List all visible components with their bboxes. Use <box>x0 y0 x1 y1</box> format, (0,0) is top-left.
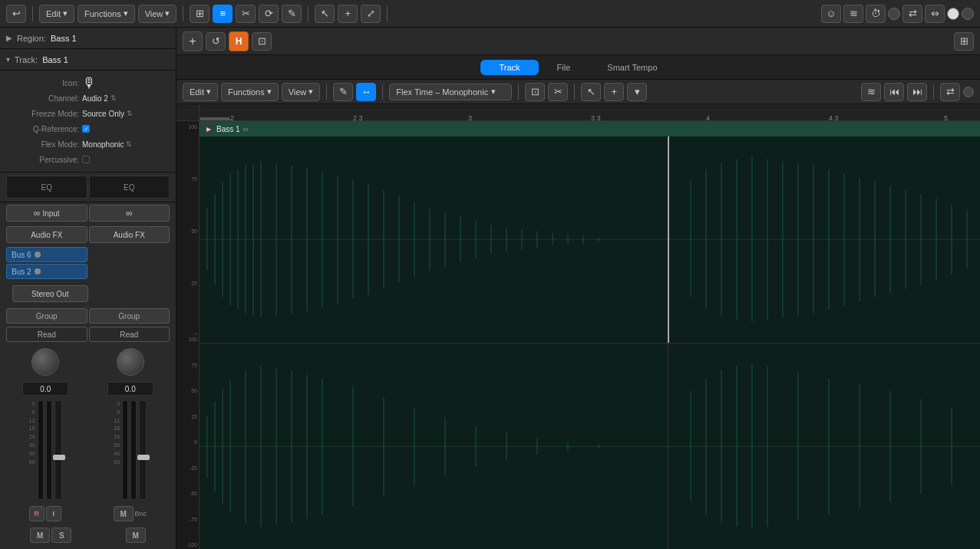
transport-circle-3[interactable] <box>962 8 974 20</box>
fader-strip-1: 0 6 12 18 24 30 40 60 <box>29 400 62 500</box>
fader-track-1[interactable] <box>54 400 62 500</box>
flex-marker-btn[interactable]: ✂ <box>548 83 568 101</box>
region-play-btn[interactable]: ▶ <box>204 124 213 133</box>
group-read-row: Group Group <box>0 307 176 325</box>
transient-btn[interactable]: ⊡ <box>525 83 545 101</box>
separator-e5 <box>933 84 934 100</box>
percussive-checkbox[interactable] <box>82 156 90 163</box>
smiley-btn[interactable]: ☺ <box>821 5 841 23</box>
tempo-btn[interactable]: ⏱ <box>866 5 886 23</box>
pan-knob-2[interactable] <box>117 348 144 376</box>
mode-extra-btn[interactable]: ▾ <box>627 83 647 101</box>
edit-dropdown-icon: ▾ <box>63 8 68 18</box>
loop-btn[interactable]: ⟳ <box>259 5 279 23</box>
functions-menu-2[interactable]: Functions ▾ <box>221 83 279 101</box>
eq-box-1[interactable]: EQ <box>6 176 87 199</box>
q-ref-checkbox[interactable] <box>82 125 90 133</box>
q-ref-value <box>82 125 170 133</box>
scissors-btn[interactable]: ✂ <box>236 5 256 23</box>
q-ref-label: Q-Reference: <box>6 125 79 133</box>
add-track-btn[interactable]: + <box>183 31 203 51</box>
fader-thumb-2[interactable] <box>137 455 150 460</box>
input-btn[interactable]: ∞ Input <box>6 205 87 222</box>
fader-thumb-1[interactable] <box>53 455 65 460</box>
loop-region-btn[interactable]: ↺ <box>206 32 226 51</box>
group-btn-2[interactable]: Group <box>89 308 170 324</box>
read-btn-1[interactable]: Read <box>6 327 87 342</box>
input-monitor-btn[interactable]: I <box>46 506 61 521</box>
fwd-skip-btn[interactable]: ⏭ <box>907 83 927 101</box>
plus-btn[interactable]: + <box>338 5 358 23</box>
solo-btn-1[interactable]: S <box>51 528 71 543</box>
waveform-view-btn[interactable]: ≋ <box>861 83 881 101</box>
waveform-btn[interactable]: ≋ <box>843 5 863 23</box>
scale-1: 0 6 12 18 24 30 40 60 <box>29 400 35 500</box>
loop-icon-label: ∞ <box>243 125 249 133</box>
smart-tempo-tab[interactable]: Smart Tempo <box>589 60 675 75</box>
top-toolbar: ↩ Edit ▾ Functions ▾ View ▾ ⊞ ≡ ✂ ⟳ ✎ ↖ … <box>0 0 980 28</box>
pencil-mode-btn[interactable]: ✎ <box>333 83 353 101</box>
bus-2-btn[interactable]: Bus 2 <box>6 264 87 279</box>
pointer-mode-btn[interactable]: ↔ <box>356 83 376 101</box>
flex-time-dropdown[interactable]: Flex Time – Monophonic ▾ <box>389 84 512 100</box>
channel-row: Channel: Audio 2 ⇅ <box>6 90 170 106</box>
mute-btn-2[interactable]: M <box>114 506 134 521</box>
group-btn-1[interactable]: Group <box>6 308 87 324</box>
view-menu[interactable]: View ▾ <box>138 5 177 23</box>
back-skip-btn[interactable]: ⏮ <box>884 83 904 101</box>
scroll-indicator[interactable] <box>200 117 230 120</box>
back-button[interactable]: ↩ <box>6 5 26 23</box>
region-name: Bass 1 <box>51 34 77 43</box>
editor-circle-1[interactable] <box>963 87 974 97</box>
pencil-btn[interactable]: ✎ <box>282 5 302 23</box>
list-view-btn[interactable]: ≡ <box>213 5 233 23</box>
cursor-mode-btn[interactable]: ↖ <box>581 83 601 101</box>
ruler-mark-23: 2 3 <box>353 114 363 122</box>
grid-view-btn[interactable]: ⊞ <box>190 5 210 23</box>
audio-fx-btn-1[interactable]: Audio FX <box>6 226 87 243</box>
separator-e1 <box>326 84 327 100</box>
separator-3 <box>308 6 309 21</box>
functions-label: Functions <box>84 9 121 18</box>
expand-btn[interactable]: ⇔ <box>925 5 945 23</box>
fader-strip-row: 0 6 12 18 24 30 40 60 <box>0 397 176 503</box>
transport-circle-2[interactable] <box>947 8 959 20</box>
mute-btn-1[interactable]: M <box>30 528 50 543</box>
edit-menu[interactable]: Edit ▾ <box>39 5 74 23</box>
record-btn-1[interactable]: R <box>29 506 45 521</box>
cursor-btn[interactable]: ↖ <box>315 5 335 23</box>
separator-e3 <box>518 84 519 100</box>
functions-menu[interactable]: Functions ▾ <box>78 5 135 23</box>
region-label-text: Bass 1 <box>216 125 240 133</box>
scale-labels-bottom: 100 75 50 25 0 -25 -50 -75 -100 <box>177 335 200 549</box>
move-btn[interactable]: ⤢ <box>361 5 381 23</box>
track-tab[interactable]: Track <box>480 60 538 75</box>
link-btn[interactable]: ⇄ <box>902 5 922 23</box>
two-channel-area <box>200 136 980 549</box>
fader-track-2[interactable] <box>139 400 147 500</box>
transport-circle-1[interactable] <box>888 8 900 20</box>
audio-fx-btn-2[interactable]: Audio FX <box>89 226 170 243</box>
ms-group-bottom-2: M <box>126 528 146 543</box>
separator-4 <box>387 6 388 21</box>
meter-1 <box>38 400 44 500</box>
read-btn-2[interactable]: Read <box>89 327 170 342</box>
record-enable-btn[interactable]: H <box>229 31 249 51</box>
file-tab[interactable]: File <box>539 60 589 75</box>
bus-sends-1: Bus 6 Bus 2 <box>6 247 87 279</box>
stereo-out-btn[interactable]: Stereo Out <box>12 285 88 302</box>
pan-knob-1[interactable] <box>31 348 59 376</box>
link-btn-2[interactable]: ∞ <box>89 205 170 222</box>
percussive-value <box>82 156 170 163</box>
channel-bottom <box>200 344 980 550</box>
ruler-mark-2: 2 <box>230 114 234 122</box>
link-editor-btn[interactable]: ⇄ <box>940 83 960 101</box>
plus-mode-btn[interactable]: + <box>604 83 624 101</box>
eq-box-2[interactable]: EQ <box>89 176 170 199</box>
edit-menu-2[interactable]: Edit ▾ <box>183 83 218 101</box>
mute-btn-3[interactable]: M <box>126 528 146 543</box>
zoom-in-btn[interactable]: ⊞ <box>954 32 974 51</box>
bus-6-btn[interactable]: Bus 6 <box>6 247 87 262</box>
view-menu-2[interactable]: View ▾ <box>282 83 321 101</box>
capture-btn[interactable]: ⊡ <box>252 32 272 51</box>
